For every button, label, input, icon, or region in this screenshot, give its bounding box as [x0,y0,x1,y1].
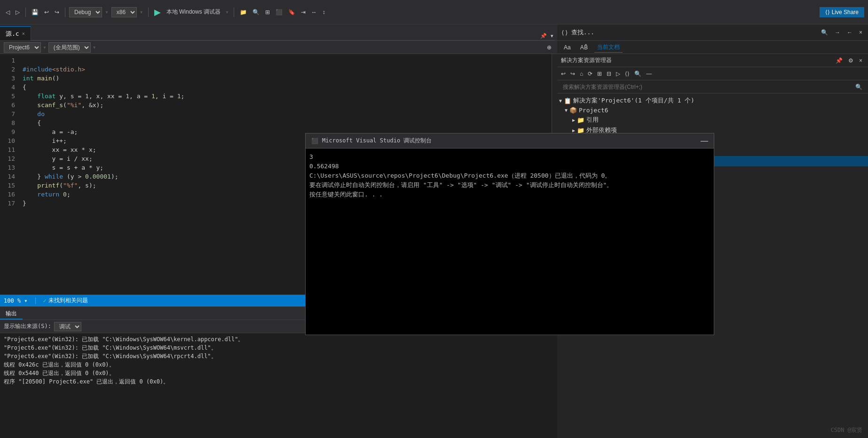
tab-bar: 源.c × 📌 ▾ [0,24,557,41]
se-btn9[interactable]: 🔍 [632,70,643,78]
source-dropdown[interactable]: 调试 [54,322,81,331]
dropdown-button[interactable]: ▾ [549,32,555,40]
find-ab-btn[interactable]: AB̄ [577,43,591,52]
project-chevron: ▼ [565,108,568,113]
find-aa-btn[interactable]: Aa [561,43,574,52]
se-btn2[interactable]: ↪ [568,70,577,78]
output-line-3: "Project6.exe"(Win32): 已加载 "C:\Windows\S… [4,352,553,360]
find-prev-btn[interactable]: ← [845,28,854,37]
se-btn5[interactable]: ⊞ [595,70,604,78]
bookmark-button[interactable]: 🔖 [286,8,297,16]
console-titlebar: ⬛ Microsoft Visual Studio 调试控制台 — [306,133,714,149]
editor-toolbar: Project6 ▾ (全局范围) ▾ ⊕ [0,41,557,54]
references-item[interactable]: ▶ 📁 引用 [557,115,868,125]
se-pin-btn[interactable]: 📌 [834,56,844,65]
tab-source-c[interactable]: 源.c × [0,26,31,40]
output-line-4: 线程 0x426c 已退出，返回值 0 (0x0)。 [4,360,553,369]
project-item[interactable]: ▼ 📦 Project6 [557,106,868,115]
project-label: Project6 [579,107,608,114]
sep2 [65,8,65,17]
solution-root-item[interactable]: ▼ 📋 解决方案'Project6'(1 个项目/共 1 个) [557,95,868,106]
redo-button[interactable]: ↪ [53,8,61,16]
folder-button[interactable]: 📁 [238,8,249,16]
expand-editor-button[interactable]: ⊕ [545,43,553,52]
source-label: 显示输出来源(S): [4,322,51,330]
platform-dropdown[interactable]: x86 [111,7,137,17]
find-close-btn[interactable]: × [857,28,864,37]
view-button[interactable]: ⊞ [263,8,272,16]
solution-label: 解决方案'Project6'(1 个项目/共 1 个) [573,96,694,105]
se-btn6[interactable]: ⊟ [605,70,613,78]
live-share-button[interactable]: ⟨⟩ Live Share [820,7,864,17]
find-search-btn[interactable]: 🔍 [819,28,830,37]
pin-button[interactable]: 📌 [538,32,549,40]
extra3[interactable]: ↕ [321,8,327,16]
extra2[interactable]: ↔ [309,8,319,16]
status-ok-icon: ✓ [43,297,47,304]
se-btn8[interactable]: ⟨⟩ [623,70,631,78]
output-line-1: "Project6.exe"(Win32): 已加载 "C:\Windows\S… [4,335,553,344]
se-settings-btn[interactable]: ⚙ [846,56,855,65]
line-numbers: 1 2 3 4 5 6 7 8 9 10 11 12 13 14 15 16 1… [0,54,19,295]
search-button[interactable]: 🔍 [251,8,261,16]
solution-icon: 📋 [564,97,571,104]
project-dropdown[interactable]: Project6 [4,42,41,53]
output-content: "Project6.exe"(Win32): 已加载 "C:\Windows\S… [0,333,557,438]
live-share-icon: ⟨⟩ [825,9,830,16]
console-window: ⬛ Microsoft Visual Studio 调试控制台 — 3 0.56… [305,133,714,335]
console-line-3: C:\Users\ASUS\source\repos\Project6\Debu… [309,171,710,180]
se-search-bar: 🔍 [557,80,868,94]
tab-source-c-close[interactable]: × [22,31,25,36]
scope-dropdown[interactable]: (全局范围) [48,42,91,53]
zoom-level: 100 % ▾ [4,297,28,304]
references-icon: 📁 [577,117,584,124]
csdn-watermark: CSDN @宸贤 [831,426,862,434]
run-button[interactable]: ▶ [152,7,163,17]
live-share-label: Live Share [832,9,859,16]
console-line-5: 按任意键关闭此窗口. . . [309,190,710,199]
status-message: ✓ 未找到相关问题 [43,297,88,305]
console-close-button[interactable]: — [701,137,708,145]
se-btn4[interactable]: ⟳ [586,70,594,78]
external-deps-chevron: ▶ [572,128,575,133]
debug-config-dropdown[interactable]: Debug [69,7,102,17]
back-button[interactable]: ◁ [4,8,12,16]
se-btn3[interactable]: ⌂ [578,70,585,78]
solution-chevron: ▼ [559,98,562,103]
sep1 [25,8,26,17]
se-toolbar: ↩ ↪ ⌂ ⟳ ⊞ ⊟ ▷ ⟨⟩ 🔍 — [557,67,868,80]
se-search-icon[interactable]: 🔍 [853,83,864,91]
zoom-dropdown-icon[interactable]: ▾ [24,297,27,304]
tab-source-c-label: 源.c [6,30,19,38]
sep3 [148,8,149,17]
solution-explorer-header: 解决方案资源管理器 📌 ⚙ × [557,54,868,67]
se-btn7[interactable]: ▷ [614,70,622,78]
output-line-2: "Project6.exe"(Win32): 已加载 "C:\Windows\S… [4,344,553,352]
references-chevron: ▶ [572,117,575,123]
console-icon: ⬛ [311,138,318,144]
se-close-btn[interactable]: × [857,56,864,65]
save-all-button[interactable]: 💾 [30,8,40,16]
find-label: 查找... [571,28,594,37]
project-icon: 📦 [569,107,577,114]
references-label: 引用 [586,116,599,124]
find-next-btn[interactable]: → [833,28,842,37]
extra1[interactable]: ⇥ [299,8,308,16]
sep4 [234,8,234,17]
run-label[interactable]: 本地 Windows 调试器 [165,7,222,17]
se-search-input[interactable] [561,83,853,91]
find-toolbar: ⟨⟩ 查找... 🔍 → ← × [557,24,868,41]
find-options: Aa AB̄ 当前文档 [557,41,868,54]
console-output: 3 0.562498 C:\Users\ASUS\source\repos\Pr… [306,149,714,335]
find-current-doc-btn[interactable]: 当前文档 [594,42,623,53]
console-title: Microsoft Visual Studio 调试控制台 [322,137,432,145]
top-toolbar: ◁ ▷ 💾 ↩ ↪ Debug ▾ x86 ▾ ▶ 本地 Windows 调试器… [0,0,868,24]
se-btn1[interactable]: ↩ [559,70,568,78]
output-tab[interactable]: 输出 [0,308,23,320]
undo-button[interactable]: ↩ [42,8,51,16]
se-btn10[interactable]: — [644,70,654,78]
forward-button[interactable]: ▷ [14,8,22,16]
console-line-1: 3 [309,152,710,162]
se-title: 解决方案资源管理器 [561,56,612,64]
breakpoint-button[interactable]: ⬛ [274,8,284,16]
